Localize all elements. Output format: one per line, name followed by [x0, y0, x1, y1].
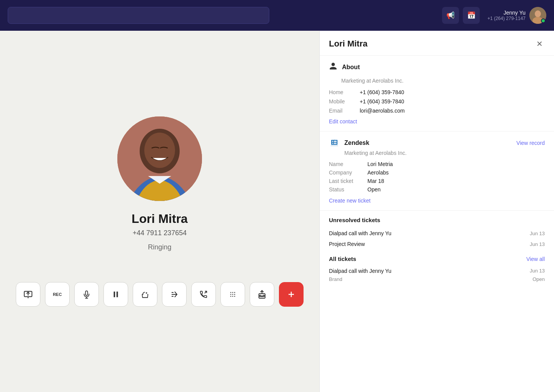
caller-avatar-image: [117, 116, 202, 201]
zendesk-title: Zendesk: [344, 140, 369, 146]
svg-point-22: [230, 292, 232, 293]
calendar-button[interactable]: 📅: [463, 7, 480, 24]
user-avatar-wrapper: [529, 7, 546, 24]
brand-label: Brand: [329, 276, 342, 282]
unresolved-ticket-2-name: Project Review: [329, 241, 365, 247]
zendesk-name-row: Name Lori Metria: [329, 160, 545, 168]
zendesk-name-label: Name: [329, 161, 367, 167]
svg-point-24: [234, 292, 235, 293]
record-button[interactable]: REC: [45, 282, 70, 307]
email-row: Email lori@aerolabs.com: [329, 106, 545, 115]
unresolved-ticket-1-date: Jun 13: [530, 231, 545, 236]
zendesk-company-row: Company Aerolabs: [329, 168, 545, 177]
notification-button[interactable]: 📢: [442, 7, 459, 24]
zendesk-header: Zendesk View record: [329, 138, 545, 148]
unresolved-ticket-2-date: Jun 13: [530, 241, 545, 247]
call-area: Lori Mitra +44 7911 237654 Ringing REC: [0, 31, 319, 392]
zendesk-last-ticket-label: Last ticket: [329, 178, 367, 184]
about-title: About: [342, 64, 360, 71]
svg-point-26: [232, 294, 234, 295]
user-details: Jenny Yu +1 (264) 279-1147: [487, 10, 526, 21]
zendesk-company-label: Company: [329, 169, 367, 176]
about-section: About Marketing at Aerolabs Inc. Home +1…: [320, 56, 554, 131]
contact-panel-title: Lori Mitra: [329, 39, 367, 49]
caller-avatar: [117, 116, 202, 201]
all-ticket-1: Dialpad call with Jenny Yu Jun 13 Brand …: [329, 267, 545, 283]
unresolved-ticket-2: Project Review Jun 13: [329, 239, 545, 249]
svg-rect-14: [117, 291, 118, 297]
about-section-header: About: [329, 62, 545, 72]
zendesk-last-ticket-row: Last ticket Mar 18: [329, 177, 545, 185]
zendesk-status-value: Open: [367, 186, 380, 193]
record-label: REC: [53, 292, 62, 297]
view-record-link[interactable]: View record: [516, 140, 545, 146]
end-call-button[interactable]: [279, 282, 304, 307]
zendesk-last-ticket-value: Mar 18: [367, 178, 384, 184]
search-bar[interactable]: [8, 7, 269, 24]
mobile-row: Mobile +1 (604) 359-7840: [329, 97, 545, 106]
view-all-link[interactable]: View all: [526, 256, 545, 262]
call-controls: REC: [16, 282, 304, 307]
email-label: Email: [329, 108, 360, 114]
user-info: Jenny Yu +1 (264) 279-1147: [487, 7, 546, 24]
svg-point-23: [232, 292, 234, 293]
ticket-status: Open: [532, 276, 545, 282]
about-company: Marketing at Aerolabs Inc.: [329, 78, 545, 84]
home-value: +1 (604) 359-7840: [360, 89, 404, 95]
home-label: Home: [329, 89, 360, 95]
zendesk-company: Marketing at Aerolabs Inc.: [329, 150, 545, 156]
edit-contact-link[interactable]: Edit contact: [329, 118, 357, 125]
all-tickets-title: All tickets: [329, 256, 356, 262]
zendesk-company-value: Aerolabs: [367, 169, 389, 176]
all-tickets-header: All tickets View all: [329, 256, 545, 262]
svg-point-6: [144, 133, 175, 168]
zendesk-name-value: Lori Metria: [367, 161, 393, 167]
zendesk-status-row: Status Open: [329, 185, 545, 194]
transfer-button[interactable]: [162, 282, 187, 307]
close-button[interactable]: ✕: [534, 38, 545, 49]
unresolved-tickets-title: Unresolved tickets: [329, 217, 545, 223]
screen-share-button[interactable]: [16, 282, 40, 307]
mobile-value: +1 (604) 359-7840: [360, 98, 404, 105]
mute-button[interactable]: [74, 282, 99, 307]
top-bar: 📢 📅 Jenny Yu +1 (264) 279-1147: [0, 0, 554, 31]
user-name: Jenny Yu: [487, 10, 526, 16]
svg-point-28: [230, 296, 232, 297]
unresolved-tickets-section: Unresolved tickets Dialpad call with Jen…: [320, 211, 554, 289]
hold-button[interactable]: [103, 282, 128, 307]
home-row: Home +1 (604) 359-7840: [329, 88, 545, 97]
caller-number: +44 7911 237654: [133, 229, 187, 237]
create-ticket-link[interactable]: Create new ticket: [329, 198, 370, 204]
zendesk-status-label: Status: [329, 186, 367, 193]
unresolved-ticket-1: Dialpad call with Jenny Yu Jun 13: [329, 228, 545, 239]
svg-point-29: [232, 296, 234, 297]
svg-point-30: [234, 296, 235, 297]
mobile-label: Mobile: [329, 98, 360, 105]
keypad-button[interactable]: [220, 282, 245, 307]
svg-point-1: [535, 10, 541, 17]
add-call-button[interactable]: [133, 282, 157, 307]
call-status: Ringing: [148, 243, 171, 251]
right-panel: Lori Mitra ✕ About Marketing at Aerolabs…: [319, 31, 554, 392]
notification-icon: 📢: [446, 11, 455, 20]
zendesk-logo: [329, 138, 340, 148]
svg-point-27: [234, 294, 235, 295]
contact-header: Lori Mitra ✕: [320, 31, 554, 56]
all-ticket-1-name: Dialpad call with Jenny Yu: [329, 268, 391, 274]
svg-point-25: [230, 294, 232, 295]
person-icon: [329, 62, 337, 72]
top-bar-right: 📢 📅 Jenny Yu +1 (264) 279-1147: [442, 7, 546, 24]
all-ticket-1-date: Jun 13: [530, 268, 545, 274]
voicemail-button[interactable]: [250, 282, 274, 307]
svg-rect-13: [114, 291, 115, 297]
email-value: lori@aerolabs.com: [360, 108, 405, 114]
zendesk-section: Zendesk View record Marketing at Aerolab…: [320, 131, 554, 211]
online-status-dot: [541, 18, 546, 23]
all-ticket-1-sub-row: Brand Open: [329, 275, 545, 283]
unresolved-ticket-1-name: Dialpad call with Jenny Yu: [329, 230, 391, 236]
all-ticket-1-main-row: Dialpad call with Jenny Yu Jun 13: [329, 267, 545, 275]
caller-name: Lori Mitra: [132, 212, 188, 226]
calendar-icon: 📅: [467, 11, 476, 20]
zendesk-left: Zendesk: [329, 138, 369, 148]
callback-button[interactable]: [191, 282, 216, 307]
